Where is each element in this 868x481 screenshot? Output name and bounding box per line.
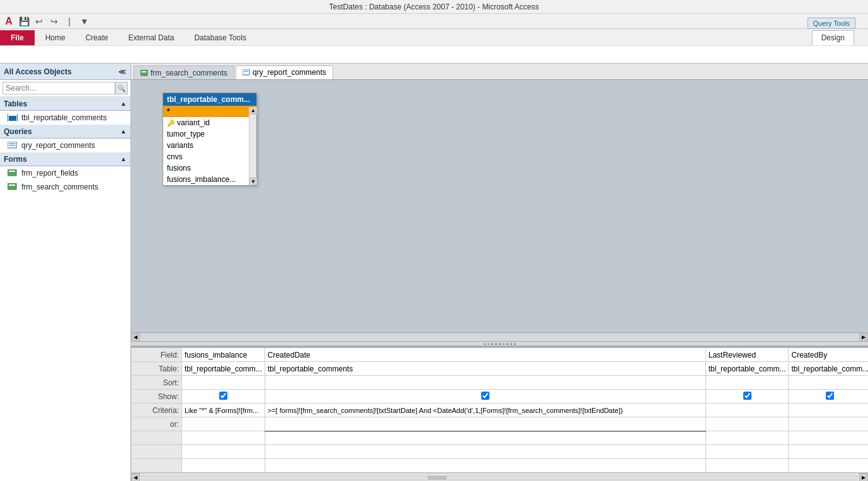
form-item-label-2: frm_search_comments bbox=[21, 183, 98, 191]
field-all-label: * bbox=[167, 107, 170, 116]
grid-cell-sort-2[interactable] bbox=[265, 376, 705, 390]
grid-row-empty-1 bbox=[132, 431, 869, 445]
customize-button[interactable]: ▼ bbox=[78, 15, 91, 28]
table-field-cnvs[interactable]: cnvs bbox=[163, 151, 256, 162]
field-fusions-imbalance-label: fusions_imbalance... bbox=[167, 175, 236, 184]
grid-cell-show-4[interactable] bbox=[789, 390, 868, 404]
search-input[interactable] bbox=[3, 82, 115, 94]
grid-cell-or-1[interactable] bbox=[182, 417, 265, 431]
grid-hscroll-right[interactable]: ▶ bbox=[859, 473, 868, 482]
grid-cell-empty-1-1[interactable] bbox=[182, 431, 265, 445]
design-area-hscroll[interactable]: ◀ ▶ bbox=[131, 332, 868, 341]
undo-button[interactable]: ↩ bbox=[33, 15, 45, 28]
forms-section-label: Forms bbox=[4, 155, 27, 164]
grid-cell-criteria-2[interactable]: >=[ forms]![frm_search_comments]![txtSta… bbox=[265, 404, 705, 417]
grid-row-or: or: bbox=[132, 417, 869, 431]
hscroll-left-btn[interactable]: ◀ bbox=[131, 333, 140, 342]
doc-tab-qry-report-comments[interactable]: qry_report_comments bbox=[236, 65, 333, 79]
section-header-queries[interactable]: Queries ▲ bbox=[0, 125, 130, 139]
grid-cell-empty-2-3[interactable] bbox=[705, 445, 789, 459]
grid-row-sort: Sort: bbox=[132, 376, 869, 390]
sidebar-item-tbl-reportable-comments[interactable]: tbl_reportable_comments bbox=[0, 111, 130, 125]
grid-hscroll-track bbox=[141, 475, 858, 480]
grid-cell-empty-2-2[interactable] bbox=[265, 445, 705, 459]
svg-rect-3 bbox=[8, 169, 16, 176]
table-widget: tbl_reportable_comm... * 🔑 variant_id tu… bbox=[163, 93, 257, 186]
document-tab-bar: frm_search_comments qry_report_comments bbox=[131, 64, 868, 80]
grid-cell-empty-3-2[interactable] bbox=[265, 459, 705, 473]
table-row-header: Table: bbox=[132, 362, 182, 376]
tab-create[interactable]: Create bbox=[76, 30, 118, 45]
grid-cell-criteria-4[interactable] bbox=[789, 404, 868, 417]
grid-cell-sort-4[interactable] bbox=[789, 376, 868, 390]
table-field-tumor-type[interactable]: tumor_type bbox=[163, 128, 256, 140]
redo-button[interactable]: ↪ bbox=[48, 15, 60, 28]
tab-file[interactable]: File bbox=[0, 30, 35, 45]
tab-home[interactable]: Home bbox=[36, 30, 75, 45]
grid-cell-sort-3[interactable] bbox=[705, 376, 789, 390]
show-checkbox-1[interactable] bbox=[219, 392, 227, 400]
grid-cell-empty-3-3[interactable] bbox=[705, 459, 789, 473]
grid-hscroll-left[interactable]: ◀ bbox=[131, 473, 140, 482]
grid-cell-field-1[interactable]: fusions_imbalance bbox=[182, 348, 265, 362]
sidebar-item-qry-report-comments[interactable]: qry_report_comments bbox=[0, 139, 130, 152]
tab-database-tools[interactable]: Database Tools bbox=[185, 30, 256, 45]
table-field-fusions[interactable]: fusions bbox=[163, 162, 256, 174]
grid-cell-empty-2-1[interactable] bbox=[182, 445, 265, 459]
scroll-down-btn[interactable]: ▼ bbox=[249, 178, 257, 185]
grid-cell-sort-1[interactable] bbox=[182, 376, 265, 390]
query-icon bbox=[8, 142, 18, 149]
show-checkbox-2[interactable] bbox=[481, 392, 489, 400]
sidebar-item-frm-report-fields[interactable]: frm_report_fields bbox=[0, 166, 130, 180]
grid-cell-field-3[interactable]: LastReviewed bbox=[705, 348, 789, 362]
grid-cell-field-4[interactable]: CreatedBy bbox=[789, 348, 868, 362]
show-checkbox-4[interactable] bbox=[826, 392, 834, 400]
table-field-all[interactable]: * bbox=[163, 106, 256, 117]
tab-external-data[interactable]: External Data bbox=[119, 30, 184, 45]
grid-cell-table-2[interactable]: tbl_reportable_comments bbox=[265, 362, 705, 376]
save-button[interactable]: 💾 bbox=[18, 15, 30, 28]
hscroll-right-btn[interactable]: ▶ bbox=[859, 333, 868, 342]
grid-cell-or-3[interactable] bbox=[705, 417, 789, 431]
grid-row-criteria: Criteria: Like "*" & [Forms]![frm... >=[… bbox=[132, 404, 869, 417]
table-field-variant-id[interactable]: 🔑 variant_id bbox=[163, 117, 256, 128]
table-widget-scrollbar[interactable]: ▲ ▼ bbox=[249, 107, 256, 185]
grid-cell-empty-2-4[interactable] bbox=[789, 445, 868, 459]
grid-cell-empty-3-4[interactable] bbox=[789, 459, 868, 473]
grid-cell-table-1[interactable]: tbl_reportable_comm... bbox=[182, 362, 265, 376]
tab-design[interactable]: Design bbox=[812, 30, 854, 45]
grid-cell-show-3[interactable] bbox=[705, 390, 789, 404]
grid-cell-empty-1-2[interactable] bbox=[265, 431, 705, 445]
grid-cell-or-4[interactable] bbox=[789, 417, 868, 431]
field-variant-id-label: variant_id bbox=[177, 118, 210, 127]
grid-cell-field-2[interactable]: CreatedDate bbox=[265, 348, 705, 362]
sidebar-item-frm-search-comments[interactable]: frm_search_comments bbox=[0, 180, 130, 194]
section-header-forms[interactable]: Forms ▲ bbox=[0, 152, 130, 166]
scroll-up-btn[interactable]: ▲ bbox=[249, 107, 257, 115]
grid-cell-criteria-3[interactable] bbox=[705, 404, 789, 417]
grid-cell-empty-1-4[interactable] bbox=[789, 431, 868, 445]
query-tools-label: Query Tools bbox=[808, 18, 856, 29]
section-header-tables[interactable]: Tables ▲ bbox=[0, 97, 130, 111]
svg-rect-8 bbox=[142, 71, 146, 72]
table-field-fusions-imbalance[interactable]: fusions_imbalance... bbox=[163, 174, 256, 185]
grid-cell-table-3[interactable]: tbl_reportable_comm... bbox=[705, 362, 789, 376]
queries-section-label: Queries bbox=[4, 127, 32, 136]
grid-cell-table-4[interactable]: tbl_reportable_comm... bbox=[789, 362, 868, 376]
svg-rect-4 bbox=[9, 171, 15, 172]
table-field-variants[interactable]: variants bbox=[163, 140, 256, 151]
search-button[interactable]: 🔍 bbox=[115, 82, 128, 94]
table-field-list[interactable]: * 🔑 variant_id tumor_type variants cnvs bbox=[163, 106, 256, 185]
grid-cell-show-2[interactable] bbox=[265, 390, 705, 404]
design-resizer[interactable] bbox=[131, 341, 868, 346]
grid-cell-criteria-1[interactable]: Like "*" & [Forms]![frm... bbox=[182, 404, 265, 417]
grid-bottom-scrollbar[interactable]: ◀ ▶ bbox=[131, 473, 868, 481]
field-variants-label: variants bbox=[167, 141, 193, 150]
sidebar-chevron-icon[interactable]: ≪ bbox=[118, 67, 127, 76]
grid-cell-empty-1-3[interactable] bbox=[705, 431, 789, 445]
grid-cell-empty-3-1[interactable] bbox=[182, 459, 265, 473]
grid-cell-or-2[interactable] bbox=[265, 417, 705, 431]
grid-cell-show-1[interactable] bbox=[182, 390, 265, 404]
doc-tab-frm-search-comments[interactable]: frm_search_comments bbox=[134, 65, 234, 79]
show-checkbox-3[interactable] bbox=[743, 392, 751, 400]
